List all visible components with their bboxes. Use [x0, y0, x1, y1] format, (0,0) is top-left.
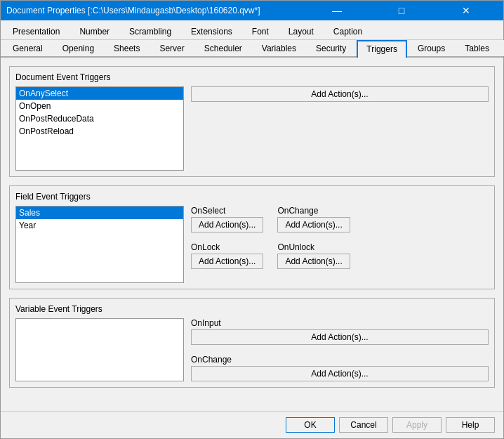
field-on-change-col: OnChange Add Action(s)... — [277, 206, 350, 232]
field-event-list[interactable]: Sales Year — [15, 206, 184, 283]
main-window: Document Properties [:C:\Users\Mindaugas… — [0, 0, 504, 439]
tab-sheets[interactable]: Sheets — [105, 40, 149, 56]
document-event-inner: OnAnySelect OnOpen OnPostReduceData OnPo… — [15, 86, 489, 171]
ok-button[interactable]: OK — [286, 417, 335, 433]
list-item[interactable]: OnAnySelect — [16, 87, 183, 100]
field-action-group-bottom: OnLock Add Action(s)... OnUnlock Add Act… — [191, 242, 489, 269]
list-item[interactable]: Sales — [16, 207, 183, 219]
tab-variables[interactable]: Variables — [253, 40, 305, 56]
tab-scrambling[interactable]: Scrambling — [120, 23, 180, 39]
variable-event-actions: OnInput Add Action(s)... OnChange Add Ac… — [191, 318, 489, 381]
document-event-section: Document Event Triggers OnAnySelect OnOp… — [9, 66, 495, 177]
cancel-button[interactable]: Cancel — [339, 417, 388, 433]
tab-general[interactable]: General — [4, 40, 52, 56]
window-title: Document Properties [:C:\Users\Mindaugas… — [6, 6, 260, 15]
tab-server[interactable]: Server — [150, 40, 193, 56]
var-on-change-button[interactable]: Add Action(s)... — [191, 366, 489, 381]
apply-button[interactable]: Apply — [392, 417, 442, 433]
var-on-input-label: OnInput — [191, 318, 489, 328]
content-area: Document Event Triggers OnAnySelect OnOp… — [1, 58, 503, 411]
field-on-unlock-button[interactable]: Add Action(s)... — [277, 254, 350, 269]
tabs-row2: General Opening Sheets Server Scheduler … — [1, 40, 503, 58]
field-event-title: Field Event Triggers — [15, 192, 489, 202]
tab-sort[interactable]: Sort — [500, 40, 504, 56]
tab-scheduler[interactable]: Scheduler — [195, 40, 251, 56]
list-item[interactable]: OnPostReduceData — [16, 112, 183, 125]
tab-font[interactable]: Font — [243, 23, 278, 39]
tab-layout[interactable]: Layout — [279, 23, 323, 39]
doc-add-action-button[interactable]: Add Action(s)... — [191, 86, 489, 102]
list-item[interactable]: OnOpen — [16, 100, 183, 112]
on-unlock-label: OnUnlock — [277, 242, 350, 252]
field-on-change-button[interactable]: Add Action(s)... — [277, 217, 350, 232]
tab-opening[interactable]: Opening — [53, 40, 103, 56]
tab-security[interactable]: Security — [307, 40, 355, 56]
list-item[interactable]: Year — [16, 219, 183, 232]
tab-extensions[interactable]: Extensions — [182, 23, 241, 39]
tabs-row1: Presentation Number Scrambling Extension… — [1, 20, 503, 40]
document-event-actions: Add Action(s)... — [191, 86, 489, 171]
var-on-input-button[interactable]: Add Action(s)... — [191, 329, 489, 345]
variable-event-inner: OnInput Add Action(s)... OnChange Add Ac… — [15, 318, 489, 381]
field-event-inner: Sales Year OnSelect Add Action(s)... OnC… — [15, 206, 489, 283]
field-action-group-top: OnSelect Add Action(s)... OnChange Add A… — [191, 206, 489, 232]
tab-tables[interactable]: Tables — [456, 40, 498, 56]
on-change-label: OnChange — [277, 206, 350, 216]
var-on-change-col: OnChange Add Action(s)... — [191, 355, 489, 381]
footer: OK Cancel Apply Help — [1, 411, 503, 438]
tab-presentation[interactable]: Presentation — [4, 23, 69, 39]
document-event-title: Document Event Triggers — [15, 72, 489, 82]
field-event-section: Field Event Triggers Sales Year OnSelect… — [9, 185, 495, 289]
variable-event-title: Variable Event Triggers — [15, 304, 489, 314]
variable-event-list[interactable] — [15, 318, 184, 381]
var-on-input-col: OnInput Add Action(s)... — [191, 318, 489, 345]
title-bar: Document Properties [:C:\Users\Mindaugas… — [1, 1, 503, 20]
tab-groups[interactable]: Groups — [409, 40, 454, 56]
minimize-button[interactable]: — — [305, 4, 369, 18]
tab-number[interactable]: Number — [70, 23, 119, 39]
tab-caption[interactable]: Caption — [324, 23, 371, 39]
document-event-list[interactable]: OnAnySelect OnOpen OnPostReduceData OnPo… — [15, 86, 184, 171]
help-button[interactable]: Help — [446, 417, 495, 433]
variable-event-section: Variable Event Triggers OnInput Add Acti… — [9, 298, 495, 388]
var-on-change-label: OnChange — [191, 355, 489, 365]
on-select-label: OnSelect — [191, 206, 263, 216]
on-lock-label: OnLock — [191, 242, 263, 252]
title-bar-controls: — □ ✕ — [305, 4, 498, 18]
field-event-actions: OnSelect Add Action(s)... OnChange Add A… — [191, 206, 489, 283]
tab-triggers[interactable]: Triggers — [357, 40, 407, 58]
field-on-select-button[interactable]: Add Action(s)... — [191, 217, 263, 232]
list-item[interactable]: OnPostReload — [16, 125, 183, 138]
field-on-select-col: OnSelect Add Action(s)... — [191, 206, 263, 232]
maximize-button[interactable]: □ — [370, 4, 433, 18]
field-on-lock-col: OnLock Add Action(s)... — [191, 242, 263, 269]
close-button[interactable]: ✕ — [435, 4, 498, 18]
field-on-unlock-col: OnUnlock Add Action(s)... — [277, 242, 350, 269]
field-on-lock-button[interactable]: Add Action(s)... — [191, 254, 263, 269]
